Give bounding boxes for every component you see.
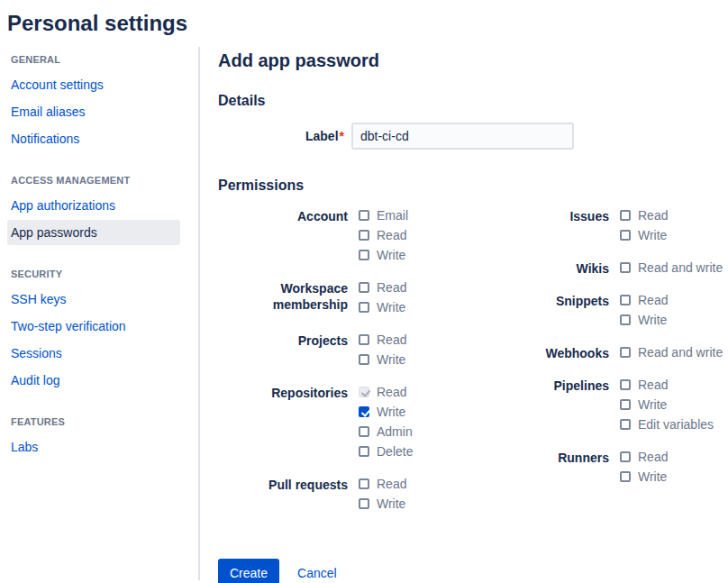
sidebar-section-header: SECURITY	[0, 265, 198, 283]
checkbox-repositories-write[interactable]	[359, 406, 369, 417]
permission-options: ReadWrite	[620, 207, 728, 247]
main-title: Add app password	[218, 49, 728, 72]
permission-option-label: Delete	[377, 443, 413, 460]
permission-option-issues-write[interactable]: Write	[620, 227, 728, 243]
permission-option-label: Write	[377, 351, 405, 368]
sidebar-item-notifications[interactable]: Notifications	[7, 126, 180, 151]
checkbox-projects-write[interactable]	[359, 354, 369, 365]
permission-option-label: Write	[377, 299, 405, 315]
checkbox-account-read[interactable]	[359, 230, 369, 241]
label-field-label: Label*	[218, 129, 351, 143]
permission-option-repositories-write[interactable]: Write	[359, 404, 479, 420]
sidebar-item-sessions[interactable]: Sessions	[7, 341, 180, 366]
permission-option-label: Write	[377, 496, 405, 512]
permission-options: ReadWrite	[359, 476, 479, 515]
sidebar-item-email-aliases[interactable]: Email aliases	[7, 99, 180, 124]
sidebar-item-app-passwords[interactable]: App passwords	[7, 220, 180, 245]
permission-group-label: Pull requests	[218, 476, 359, 515]
permission-option-label: Read	[377, 227, 406, 243]
checkbox-projects-read[interactable]	[359, 334, 369, 345]
sidebar-item-labs[interactable]: Labs	[7, 434, 180, 460]
permission-option-snippets-read[interactable]: Read	[620, 292, 728, 308]
permission-option-label: Write	[638, 227, 667, 243]
permission-option-repositories-delete[interactable]: Delete	[359, 443, 479, 460]
create-button[interactable]: Create	[218, 559, 279, 583]
sidebar-section-header: FEATURES	[0, 413, 198, 431]
permission-option-pull-requests-read[interactable]: Read	[359, 476, 479, 492]
sidebar-item-account-settings[interactable]: Account settings	[7, 72, 180, 97]
permission-group-projects: ProjectsReadWrite	[218, 332, 479, 371]
permission-option-label: Read and write	[638, 344, 723, 360]
permission-option-projects-read[interactable]: Read	[359, 332, 479, 348]
checkbox-pull-requests-read[interactable]	[359, 478, 369, 489]
checkbox-wikis-read-and-write[interactable]	[620, 262, 631, 273]
permission-option-pull-requests-write[interactable]: Write	[359, 496, 479, 512]
label-field-row: Label*	[218, 123, 728, 150]
layout: GENERALAccount settingsEmail aliasesNoti…	[0, 47, 728, 580]
permission-option-issues-read[interactable]: Read	[620, 207, 728, 223]
sidebar-item-ssh-keys[interactable]: SSH keys	[7, 287, 180, 312]
permission-option-label: Read	[377, 279, 406, 296]
permission-option-workspace-membership-write[interactable]: Write	[359, 299, 479, 315]
checkbox-pipelines-edit-variables[interactable]	[620, 419, 631, 430]
checkbox-repositories-read	[359, 387, 369, 397]
sidebar-item-two-step-verification[interactable]: Two-step verification	[7, 314, 180, 339]
permission-options: ReadWrite	[620, 292, 728, 332]
permission-option-webhooks-read-and-write[interactable]: Read and write	[620, 344, 728, 360]
permission-group-label: Projects	[218, 332, 359, 371]
permission-options: ReadWriteEdit variables	[620, 377, 728, 436]
main-content: Add app password Details Label* Permissi…	[200, 47, 728, 580]
label-input[interactable]	[351, 123, 574, 150]
permission-option-label: Write	[377, 247, 405, 263]
checkbox-repositories-admin[interactable]	[359, 426, 369, 437]
label-field-label-text: Label	[305, 129, 339, 143]
permission-option-snippets-write[interactable]: Write	[620, 312, 728, 328]
permission-option-workspace-membership-read[interactable]: Read	[359, 279, 479, 296]
permission-group-label: Runners	[479, 449, 620, 488]
permission-option-label: Read	[377, 332, 406, 348]
checkbox-account-email[interactable]	[359, 210, 369, 221]
required-asterisk: *	[340, 129, 344, 143]
permission-group-label: Pipelines	[479, 377, 620, 436]
checkbox-account-write[interactable]	[359, 250, 369, 260]
permission-option-runners-write[interactable]: Write	[620, 469, 728, 485]
permission-option-runners-read[interactable]: Read	[620, 449, 728, 465]
permission-options: ReadWrite	[359, 279, 479, 319]
permission-option-pipelines-read[interactable]: Read	[620, 377, 728, 393]
checkbox-repositories-delete[interactable]	[359, 446, 369, 457]
permission-group-runners: RunnersReadWrite	[479, 449, 728, 488]
checkbox-workspace-membership-write[interactable]	[359, 302, 369, 313]
permission-option-pipelines-edit-variables[interactable]: Edit variables	[620, 416, 728, 433]
checkbox-webhooks-read-and-write[interactable]	[620, 347, 631, 358]
sidebar-item-audit-log[interactable]: Audit log	[7, 368, 180, 393]
permission-option-account-email[interactable]: Email	[359, 207, 479, 223]
sidebar-nav: GENERALAccount settingsEmail aliasesNoti…	[0, 47, 200, 580]
checkbox-runners-write[interactable]	[620, 471, 631, 482]
permission-option-account-write[interactable]: Write	[359, 247, 479, 263]
checkbox-issues-read[interactable]	[620, 210, 631, 221]
permission-option-repositories-read: Read	[359, 384, 479, 400]
checkbox-issues-write[interactable]	[620, 230, 631, 241]
permission-option-repositories-admin[interactable]: Admin	[359, 424, 479, 440]
checkbox-pipelines-write[interactable]	[620, 399, 631, 410]
permissions-section: Permissions AccountEmailReadWriteWorkspa…	[218, 177, 728, 528]
checkbox-snippets-write[interactable]	[620, 314, 631, 325]
checkbox-pipelines-read[interactable]	[620, 379, 631, 390]
permission-group-repositories: RepositoriesReadWriteAdminDelete	[218, 384, 479, 463]
permission-option-projects-write[interactable]: Write	[359, 351, 479, 368]
permission-option-label: Email	[377, 207, 408, 223]
checkbox-runners-read[interactable]	[620, 451, 631, 462]
permissions-heading: Permissions	[218, 177, 728, 195]
permission-option-label: Read	[638, 207, 668, 223]
permission-option-wikis-read-and-write[interactable]: Read and write	[620, 260, 728, 276]
permission-group-label: Issues	[479, 207, 620, 247]
permission-option-pipelines-write[interactable]: Write	[620, 396, 728, 413]
permission-option-label: Read	[377, 384, 406, 400]
cancel-link[interactable]: Cancel	[297, 566, 337, 580]
checkbox-snippets-read[interactable]	[620, 295, 631, 305]
permission-option-account-read[interactable]: Read	[359, 227, 479, 243]
checkbox-workspace-membership-read[interactable]	[359, 282, 369, 293]
sidebar-item-app-authorizations[interactable]: App authorizations	[7, 193, 180, 218]
permission-group-pipelines: PipelinesReadWriteEdit variables	[479, 377, 728, 436]
checkbox-pull-requests-write[interactable]	[359, 498, 369, 509]
